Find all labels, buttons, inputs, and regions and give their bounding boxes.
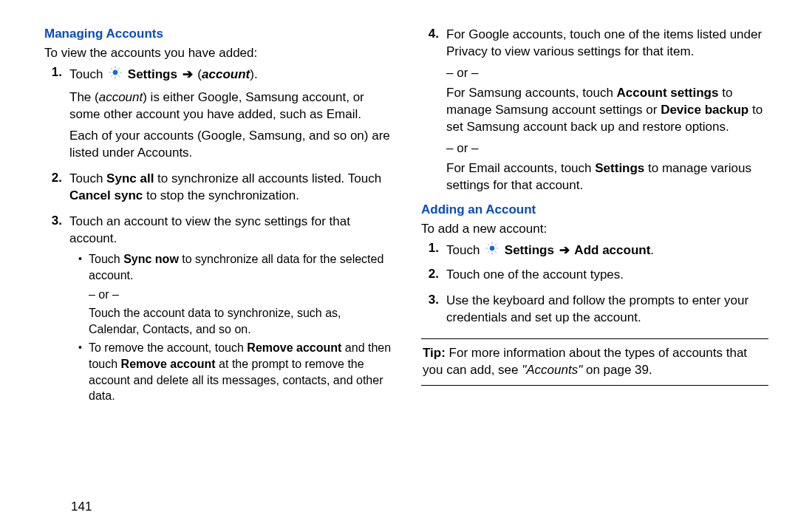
left-column: Managing Accounts To view the accounts y… <box>44 27 392 517</box>
bullet-dot: • <box>78 340 89 355</box>
step-number: 2. <box>421 267 446 282</box>
step-body: Touch an account to view the sync settin… <box>69 214 392 407</box>
text: Touch <box>69 171 106 185</box>
step-1-desc-b: Each of your accounts (Google, Samsung, … <box>69 128 392 162</box>
step-body: Touch Sync all to synchronize all accoun… <box>69 171 392 209</box>
accounts-ref: "Accounts" <box>522 363 582 377</box>
arrow-icon: ➔ <box>559 243 570 257</box>
step-number: 3. <box>44 214 69 228</box>
step-body: Touch Settings ➔ Add account. <box>446 241 768 262</box>
step-2: 2. Touch Sync all to synchronize all acc… <box>44 171 392 209</box>
adding-steps-list: 1. Touch Settings ➔ Add account. <box>421 241 768 331</box>
intro-managing: To view the accounts you have added: <box>44 46 392 61</box>
manual-page: Managing Accounts To view the accounts y… <box>0 0 798 532</box>
step-4-email: For Email accounts, touch Settings to ma… <box>446 160 768 194</box>
page-number: 141 <box>71 499 92 514</box>
heading-adding-account: Adding an Account <box>421 202 768 217</box>
or-separator: – or – <box>446 140 768 157</box>
add-step-2-text: Touch one of the account types. <box>446 267 768 284</box>
step-3: 3. Touch an account to view the sync set… <box>44 214 392 407</box>
sync-all-label: Sync all <box>106 171 154 185</box>
add-step-1-text: Touch Settings ➔ Add account. <box>446 241 768 261</box>
step-4-samsung: For Samsung accounts, touch Account sett… <box>446 85 768 136</box>
intro-adding: To add a new account: <box>421 222 768 236</box>
step-1: 1. Touch Settings ➔ (account). <box>44 65 392 166</box>
right-column: 4. For Google accounts, touch one of the… <box>421 27 768 517</box>
bullet-remove-account: • To remove the account, touch Remove ac… <box>78 340 392 403</box>
step-number: 1. <box>421 241 446 256</box>
settings-label: Settings <box>595 161 644 175</box>
or-separator: – or – <box>89 287 392 303</box>
add-step-3-text: Use the keyboard and follow the prompts … <box>446 293 768 327</box>
account-italic: account <box>202 67 250 81</box>
svg-point-1 <box>490 246 494 250</box>
step-number: 4. <box>421 27 446 41</box>
bullet-sync-now: • Touch Sync now to synchronize all data… <box>78 251 392 337</box>
settings-icon <box>108 65 123 85</box>
bullet-alt-text: Touch the account data to synchronize, s… <box>89 305 392 337</box>
step-3-bullets: • Touch Sync now to synchronize all data… <box>69 251 392 403</box>
bullet-dot: • <box>78 251 89 267</box>
svg-point-0 <box>113 70 117 75</box>
text: to stop the synchronization. <box>143 188 299 202</box>
text: Touch <box>69 67 106 81</box>
text: ). <box>250 67 257 81</box>
step-1-desc-a: The (account) is either Google, Samsung … <box>69 89 392 123</box>
step-4: 4. For Google accounts, touch one of the… <box>421 27 768 198</box>
step-body: Touch Settings ➔ (account). The (accoun <box>69 65 392 166</box>
or-separator: – or – <box>446 65 768 82</box>
text: to synchronize all accounts listed. Touc… <box>154 171 381 185</box>
add-account-label: Add account <box>574 243 650 257</box>
step-number: 2. <box>44 171 69 185</box>
sync-now-label: Sync now <box>123 253 179 265</box>
remove-account-label: Remove account <box>247 341 341 354</box>
tip-box: Tip: For more information about the type… <box>421 338 768 386</box>
step-number: 3. <box>421 293 446 307</box>
bullet-body: Touch Sync now to synchronize all data f… <box>89 251 392 337</box>
add-step-2: 2. Touch one of the account types. <box>421 267 768 288</box>
device-backup-label: Device backup <box>661 103 748 117</box>
step-number: 1. <box>44 65 69 80</box>
bullet-body: To remove the account, touch Remove acco… <box>89 340 392 403</box>
settings-label: Settings <box>505 243 554 257</box>
settings-label: Settings <box>128 67 177 81</box>
step-1-line: Touch Settings ➔ (account). <box>69 65 392 85</box>
text: . <box>650 243 654 257</box>
text: Touch <box>446 243 483 257</box>
add-step-3: 3. Use the keyboard and follow the promp… <box>421 293 768 331</box>
remove-account-label: Remove account <box>121 358 216 370</box>
text: The ( <box>69 90 99 104</box>
account-settings-label: Account settings <box>617 86 719 100</box>
text: For Email accounts, touch <box>446 161 595 175</box>
tip-label: Tip: <box>423 346 446 360</box>
text: Touch <box>89 253 123 265</box>
step-body: For Google accounts, touch one of the it… <box>446 27 768 198</box>
arrow-icon: ➔ <box>183 67 193 81</box>
cancel-sync-label: Cancel sync <box>69 188 143 202</box>
add-step-1: 1. Touch Settings ➔ Add account. <box>421 241 768 262</box>
step-3-text: Touch an account to view the sync settin… <box>69 214 392 248</box>
text: For Samsung accounts, touch <box>446 86 617 100</box>
managing-steps-list: 1. Touch Settings ➔ (account). <box>44 65 392 407</box>
text: To remove the account, touch <box>89 341 247 354</box>
step-2-text: Touch Sync all to synchronize all accoun… <box>69 171 392 205</box>
managing-steps-continued: 4. For Google accounts, touch one of the… <box>421 27 768 198</box>
heading-managing-accounts: Managing Accounts <box>44 27 392 41</box>
tip-text-b: on page 39. <box>582 363 652 377</box>
step-4-google: For Google accounts, touch one of the it… <box>446 27 768 61</box>
account-italic: account <box>99 90 143 104</box>
settings-icon <box>485 241 499 261</box>
